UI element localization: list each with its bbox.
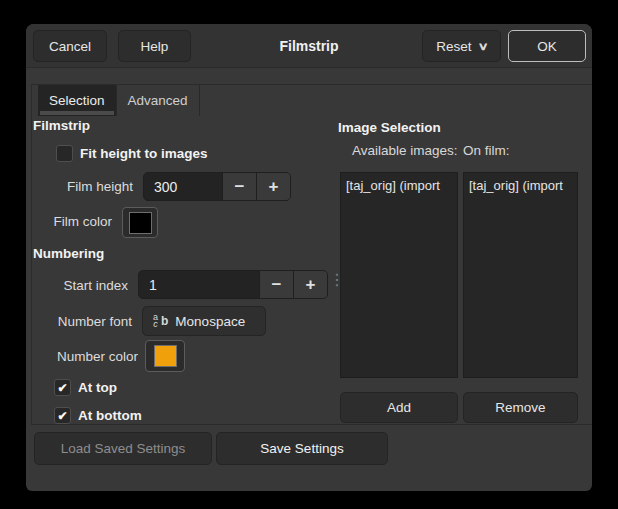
- at-bottom-label: At bottom: [78, 408, 142, 423]
- start-index-input[interactable]: [139, 271, 259, 298]
- pane-splitter-handle[interactable]: ⋮: [329, 268, 339, 294]
- number-color-swatch: [154, 345, 177, 367]
- number-font-button[interactable]: a c b Monospace: [142, 306, 266, 336]
- tab-selection[interactable]: Selection: [38, 85, 117, 116]
- film-color-label: Film color: [26, 214, 112, 229]
- remove-button[interactable]: Remove: [463, 392, 578, 423]
- tab-strip: Selection Advanced: [32, 85, 592, 116]
- list-item[interactable]: [taj_orig] (import: [341, 173, 457, 198]
- titlebar: Cancel Help Filmstrip Reset ∨ OK: [26, 24, 592, 68]
- film-height-input[interactable]: [144, 173, 222, 200]
- fit-height-checkbox[interactable]: [56, 145, 73, 162]
- image-selection-header: Image Selection: [338, 120, 441, 135]
- active-tab-indicator: [40, 111, 114, 115]
- start-index-spinner: − +: [138, 270, 328, 299]
- start-index-decrease-button[interactable]: −: [259, 271, 293, 298]
- film-height-spinner: − +: [143, 172, 291, 201]
- plus-icon: +: [269, 177, 279, 197]
- at-top-row: ✔ At top: [54, 379, 117, 396]
- save-settings-button[interactable]: Save Settings: [216, 432, 388, 465]
- help-button[interactable]: Help: [118, 30, 191, 62]
- chevron-down-icon: ∨: [477, 40, 488, 53]
- numbering-section-header: Numbering: [33, 246, 104, 261]
- film-color-swatch: [129, 212, 152, 234]
- start-index-increase-button[interactable]: +: [293, 271, 327, 298]
- fit-height-label: Fit height to images: [80, 146, 208, 161]
- film-color-swatch-button[interactable]: [122, 207, 158, 238]
- minus-icon: −: [235, 177, 245, 197]
- minus-icon: −: [272, 275, 282, 295]
- tab-selection-label: Selection: [49, 93, 105, 108]
- add-button[interactable]: Add: [340, 392, 458, 423]
- number-font-label: Number font: [26, 314, 132, 329]
- at-top-label: At top: [78, 380, 117, 395]
- reset-button[interactable]: Reset ∨: [422, 30, 501, 62]
- filmstrip-section-header: Filmstrip: [33, 118, 90, 133]
- font-icon-b: b: [161, 314, 168, 328]
- font-icon: a c: [153, 314, 158, 328]
- ok-button[interactable]: OK: [508, 30, 586, 62]
- tab-advanced-label: Advanced: [128, 93, 188, 108]
- desktop-background: Cancel Help Filmstrip Reset ∨ OK Selecti…: [0, 0, 618, 509]
- film-height-decrease-button[interactable]: −: [222, 173, 256, 200]
- filmstrip-dialog: Cancel Help Filmstrip Reset ∨ OK Selecti…: [26, 24, 592, 491]
- on-film-list[interactable]: [taj_orig] (import: [463, 172, 578, 378]
- at-bottom-checkbox[interactable]: ✔: [54, 407, 71, 424]
- film-height-increase-button[interactable]: +: [256, 173, 290, 200]
- reset-label: Reset: [436, 39, 471, 54]
- cancel-button[interactable]: Cancel: [33, 30, 107, 62]
- at-top-checkbox[interactable]: ✔: [54, 379, 71, 396]
- on-film-label: On film:: [463, 143, 510, 158]
- film-height-label: Film height: [26, 179, 133, 194]
- plus-icon: +: [306, 275, 316, 295]
- tab-advanced[interactable]: Advanced: [117, 85, 200, 116]
- available-images-label: Available images:: [352, 143, 458, 158]
- start-index-label: Start index: [26, 278, 128, 293]
- check-icon: ✔: [57, 409, 67, 423]
- number-color-label: Number color: [26, 349, 138, 364]
- number-font-value: Monospace: [175, 314, 245, 329]
- available-images-list[interactable]: [taj_orig] (import: [340, 172, 458, 378]
- at-bottom-row: ✔ At bottom: [54, 407, 142, 424]
- list-item[interactable]: [taj_orig] (import: [464, 173, 577, 198]
- load-saved-settings-button[interactable]: Load Saved Settings: [34, 432, 212, 465]
- fit-height-row: Fit height to images: [56, 145, 208, 162]
- check-icon: ✔: [57, 381, 67, 395]
- number-color-swatch-button[interactable]: [145, 340, 185, 372]
